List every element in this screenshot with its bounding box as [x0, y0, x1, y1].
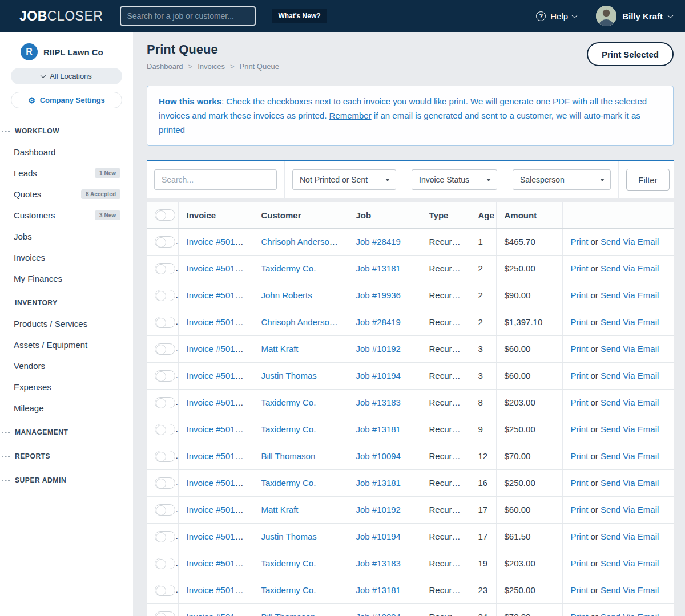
global-search-input[interactable] — [120, 6, 256, 26]
send-via-email-link[interactable]: Send Via Email — [601, 317, 659, 327]
print-link[interactable]: Print — [571, 424, 589, 434]
send-via-email-link[interactable]: Send Via Email — [601, 585, 659, 595]
row-select-toggle[interactable] — [155, 504, 175, 516]
whats-new-button[interactable]: What's New? — [272, 9, 327, 23]
invoice-link[interactable]: Invoice #501303 — [187, 317, 249, 327]
customer-link[interactable]: Taxidermy Co. — [261, 398, 316, 407]
app-logo[interactable]: JOBCLOSER — [19, 9, 103, 24]
send-via-email-link[interactable]: Send Via Email — [601, 612, 659, 616]
print-link[interactable]: Print — [571, 264, 589, 273]
invoice-link[interactable]: Invoice #501278 — [187, 478, 249, 488]
send-via-email-link[interactable]: Send Via Email — [601, 505, 659, 514]
customer-link[interactable]: Matt Kraft — [261, 505, 299, 514]
print-link[interactable]: Print — [571, 371, 589, 380]
printed-filter-select[interactable]: Not Printed or Sent — [292, 169, 396, 190]
print-selected-button[interactable]: Print Selected — [587, 42, 674, 66]
print-link[interactable]: Print — [571, 451, 589, 461]
row-select-toggle[interactable] — [155, 236, 175, 248]
row-select-toggle[interactable] — [155, 370, 175, 382]
table-search-input[interactable] — [154, 169, 277, 190]
print-link[interactable]: Print — [571, 558, 589, 568]
send-via-email-link[interactable]: Send Via Email — [601, 264, 659, 273]
row-select-toggle[interactable] — [155, 585, 175, 596]
sidebar-item[interactable]: Mileage — [0, 398, 133, 419]
sidebar-section-header[interactable]: INVENTORY — [0, 293, 133, 313]
filter-button[interactable]: Filter — [626, 169, 670, 191]
job-link[interactable]: Job #10194 — [356, 532, 401, 541]
job-link[interactable]: Job #10192 — [356, 505, 401, 514]
customer-link[interactable]: Taxidermy Co. — [261, 478, 316, 488]
job-link[interactable]: Job #13183 — [356, 398, 401, 407]
print-link[interactable]: Print — [571, 585, 589, 595]
invoice-link[interactable]: Invoice #501297 — [187, 264, 249, 273]
send-via-email-link[interactable]: Send Via Email — [601, 371, 659, 380]
send-via-email-link[interactable]: Send Via Email — [601, 424, 659, 434]
sidebar-item[interactable]: Dashboard — [0, 141, 133, 163]
job-link[interactable]: Job #10094 — [356, 451, 401, 461]
breadcrumb-item-invoices[interactable]: Invoices — [198, 62, 225, 71]
send-via-email-link[interactable]: Send Via Email — [601, 558, 659, 568]
job-link[interactable]: Job #13181 — [356, 478, 401, 488]
customer-link[interactable]: John Roberts — [261, 290, 312, 300]
invoice-link[interactable]: Invoice #501266 — [187, 612, 249, 616]
row-select-toggle[interactable] — [155, 451, 175, 462]
row-select-toggle[interactable] — [155, 397, 175, 408]
job-link[interactable]: Job #28419 — [356, 317, 401, 327]
send-via-email-link[interactable]: Send Via Email — [601, 237, 659, 246]
row-select-toggle[interactable] — [155, 424, 175, 435]
print-link[interactable]: Print — [571, 290, 589, 300]
send-via-email-link[interactable]: Send Via Email — [601, 532, 659, 541]
send-via-email-link[interactable]: Send Via Email — [601, 344, 659, 354]
sidebar-section-header[interactable]: MANAGEMENT — [0, 422, 133, 443]
job-link[interactable]: Job #28419 — [356, 237, 401, 246]
job-link[interactable]: Job #13181 — [356, 585, 401, 595]
row-select-toggle[interactable] — [155, 611, 175, 616]
all-locations-dropdown[interactable]: All Locations — [11, 68, 122, 84]
job-link[interactable]: Job #13183 — [356, 558, 401, 568]
print-link[interactable]: Print — [571, 317, 589, 327]
row-select-toggle[interactable] — [155, 263, 175, 274]
job-link[interactable]: Job #10194 — [356, 371, 401, 380]
customer-link[interactable]: Chrisoph Anderson... — [261, 317, 341, 327]
print-link[interactable]: Print — [571, 505, 589, 514]
invoice-link[interactable]: Invoice #501274 — [187, 532, 249, 541]
print-link[interactable]: Print — [571, 532, 589, 541]
invoice-link[interactable]: Invoice #501280 — [187, 451, 249, 461]
row-select-toggle[interactable] — [155, 477, 175, 489]
sidebar-item[interactable]: Expenses — [0, 376, 133, 398]
sidebar-section-header[interactable]: REPORTS — [0, 446, 133, 467]
print-link[interactable]: Print — [571, 344, 589, 354]
invoice-link[interactable]: Invoice #501271 — [187, 558, 249, 568]
print-link[interactable]: Print — [571, 478, 589, 488]
sidebar-item[interactable]: Customers 3 New — [0, 205, 133, 226]
invoice-link[interactable]: Invoice #501302 — [187, 290, 249, 300]
invoice-link[interactable]: Invoice #501292 — [187, 344, 249, 354]
print-link[interactable]: Print — [571, 398, 589, 407]
row-select-toggle[interactable] — [155, 558, 175, 569]
company-settings-button[interactable]: ⚙ Company Settings — [11, 92, 122, 108]
sidebar-section-header[interactable]: WORKFLOW — [0, 121, 133, 141]
customer-link[interactable]: Justin Thomas — [261, 371, 317, 380]
customer-link[interactable]: Taxidermy Co. — [261, 424, 316, 434]
user-menu[interactable]: Billy Kraft — [596, 6, 672, 26]
job-link[interactable]: Job #13181 — [356, 264, 401, 273]
customer-link[interactable]: Bill Thomason — [261, 451, 316, 461]
send-via-email-link[interactable]: Send Via Email — [601, 398, 659, 407]
job-link[interactable]: Job #19936 — [356, 290, 401, 300]
job-link[interactable]: Job #13181 — [356, 424, 401, 434]
sidebar-item[interactable]: Quotes 8 Accepted — [0, 184, 133, 205]
invoice-link[interactable]: Invoice #501273 — [187, 505, 249, 514]
sidebar-item[interactable]: Jobs — [0, 226, 133, 247]
sidebar-item[interactable]: Assets / Equipment — [0, 334, 133, 355]
sidebar-item[interactable]: Invoices — [0, 247, 133, 268]
send-via-email-link[interactable]: Send Via Email — [601, 451, 659, 461]
company-header[interactable]: R RIIPL Lawn Co — [0, 32, 133, 60]
customer-link[interactable]: Justin Thomas — [261, 532, 317, 541]
invoice-link[interactable]: Invoice #501287 — [187, 424, 249, 434]
job-link[interactable]: Job #10094 — [356, 612, 401, 616]
send-via-email-link[interactable]: Send Via Email — [601, 478, 659, 488]
sidebar-item[interactable]: My Finances — [0, 268, 133, 289]
invoice-link[interactable]: Invoice #501288 — [187, 398, 249, 407]
customer-link[interactable]: Bill Thomason — [261, 612, 316, 616]
row-select-toggle[interactable] — [155, 531, 175, 542]
